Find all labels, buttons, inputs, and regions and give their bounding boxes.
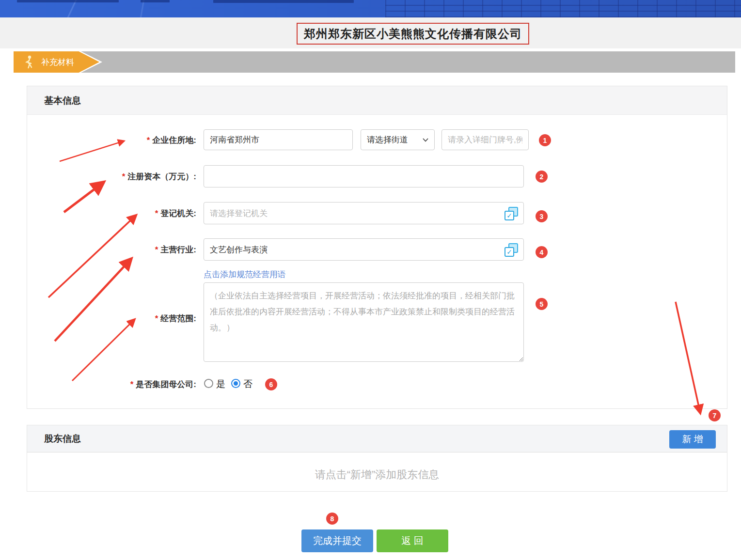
- banner-cropped-text: [141, 0, 170, 2]
- step-badge-4: 4: [536, 246, 548, 258]
- submit-button[interactable]: 完成并提交: [301, 529, 373, 552]
- industry-value: 文艺创作与表演: [210, 244, 268, 255]
- shareholders-empty-hint: 请点击“新增”添加股东信息: [27, 467, 727, 482]
- step-badge-1: 1: [539, 134, 551, 146]
- step-badge-8: 8: [326, 513, 338, 525]
- back-button[interactable]: 返 回: [377, 529, 448, 552]
- step-badge-7: 7: [709, 409, 721, 421]
- add-shareholder-button[interactable]: 新 增: [669, 430, 716, 449]
- progress-tab-bar: [14, 51, 735, 73]
- basic-info-header: 基本信息: [27, 86, 727, 115]
- industry-picker[interactable]: 文艺创作与表演 ✓: [204, 238, 524, 261]
- authority-placeholder: 请选择登记机关: [210, 208, 268, 219]
- select-dialog-icon[interactable]: ✓: [505, 207, 518, 220]
- authority-picker[interactable]: 请选择登记机关 ✓: [204, 202, 524, 224]
- company-name: 郑州郑东新区小美熊熊文化传播有限公司: [304, 26, 522, 42]
- radio-yes-label[interactable]: 是: [216, 378, 225, 390]
- step-badge-3: 3: [536, 210, 548, 222]
- address-label: *企业住所地:: [51, 135, 196, 146]
- chevron-down-icon: [423, 138, 428, 142]
- radio-yes[interactable]: [204, 379, 213, 388]
- radio-no[interactable]: [231, 379, 240, 388]
- address-province-input[interactable]: [204, 129, 353, 150]
- radio-no-label[interactable]: 否: [243, 378, 252, 390]
- walking-person-icon: [23, 55, 35, 69]
- industry-label: *主营行业:: [51, 244, 196, 255]
- address-detail-input[interactable]: [441, 129, 529, 150]
- select-dialog-icon[interactable]: ✓: [505, 243, 518, 257]
- shareholders-title: 股东信息: [44, 425, 81, 452]
- basic-info-title: 基本信息: [44, 86, 81, 115]
- group-parent-label: *是否集团母公司:: [51, 379, 196, 390]
- scope-textarea[interactable]: [204, 282, 524, 362]
- top-banner: [0, 0, 741, 17]
- street-select-value: 请选择街道: [367, 134, 408, 145]
- page: 郑州郑东新区小美熊熊文化传播有限公司 补充材料 基本信息 *企业住所地: 请选择…: [0, 0, 741, 560]
- shareholders-header: 股东信息: [27, 425, 727, 452]
- banner-cropped-text: [17, 0, 119, 2]
- authority-label: *登记机关:: [51, 208, 196, 219]
- add-standard-terms-link[interactable]: 点击添加规范经营用语: [204, 269, 286, 280]
- step-badge-6: 6: [265, 378, 277, 390]
- company-name-box: 郑州郑东新区小美熊熊文化传播有限公司: [297, 23, 529, 45]
- capital-label: *注册资本（万元）:: [51, 171, 196, 182]
- street-select[interactable]: 请选择街道: [361, 129, 435, 150]
- scope-label: *经营范围:: [51, 313, 196, 324]
- banner-cropped-text: [213, 0, 354, 3]
- capital-input[interactable]: [204, 165, 524, 187]
- tab-label: 补充材料: [41, 51, 74, 73]
- step-badge-2: 2: [536, 171, 548, 183]
- step-badge-5: 5: [536, 298, 548, 310]
